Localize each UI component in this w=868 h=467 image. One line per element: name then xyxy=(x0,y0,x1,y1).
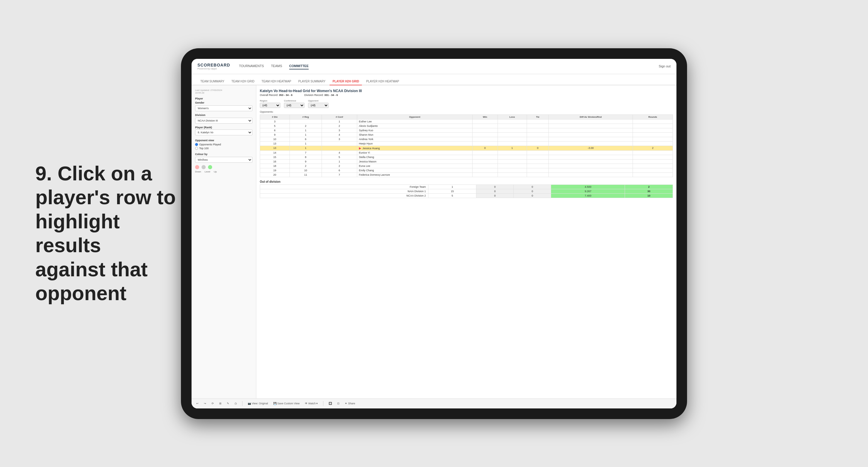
th-opponent: Opponent xyxy=(357,115,472,119)
th-div: # Div xyxy=(260,115,290,119)
export-btn[interactable]: ⊡ xyxy=(336,401,341,405)
th-reg: # Reg xyxy=(289,115,321,119)
th-win: Win xyxy=(472,115,498,119)
th-diff: Diff Av Strokes/Rnd xyxy=(549,115,632,119)
sidebar-player-section: Player Gender Women's Division NCAA Divi… xyxy=(195,97,252,135)
opponent-view-section: Opponent view Opponents Played Top 100 xyxy=(195,139,252,150)
table-row[interactable]: 914Sharon Mun xyxy=(260,132,673,137)
colour-label: Colour by xyxy=(195,153,252,156)
player-rank-select[interactable]: 8. Katelyn Vo xyxy=(195,129,252,135)
table-row[interactable]: 1474Eunice Yi xyxy=(260,150,673,155)
table-row[interactable]: 20117Federica Domecq Lacroze xyxy=(260,173,673,177)
table-row[interactable]: 613Sydney Kuo xyxy=(260,128,673,132)
refresh-btn[interactable]: ⟳ xyxy=(210,401,215,405)
filter-opponent: Opponent (All) xyxy=(308,99,329,108)
table-row[interactable]: 522Alexis Sudjianto xyxy=(260,124,673,128)
h2h-table: # Div # Reg # Conf Opponent Win Loss Tie… xyxy=(260,115,673,177)
sign-out-button[interactable]: Sign out xyxy=(659,64,671,68)
out-of-division-title: Out of division xyxy=(260,180,673,183)
tablet-shell: SCOREBOARD Powered by clippd TOURNAMENTS… xyxy=(181,48,687,419)
table-row[interactable]: 1063Andrea York xyxy=(260,137,673,141)
filter-conference: Conference (All) xyxy=(284,99,305,108)
main-content: Last Updated: 27/03/2024 16:55:28 Player… xyxy=(191,85,677,399)
radio-opponents-played[interactable]: Opponents Played xyxy=(195,143,252,146)
toolbar-divider-2 xyxy=(323,401,323,406)
subnav-team-summary[interactable]: TEAM SUMMARY xyxy=(197,78,227,85)
clock-btn[interactable]: ◷ xyxy=(233,401,238,405)
sidebar: Last Updated: 27/03/2024 16:55:28 Player… xyxy=(191,85,256,399)
table-row[interactable]: 131Heejo Hyun xyxy=(260,141,673,146)
opponent-view-label: Opponent view xyxy=(195,139,252,142)
colour-dot-level xyxy=(202,165,206,169)
radio-top100[interactable]: Top 100 xyxy=(195,147,252,150)
sidebar-gender-label: Gender xyxy=(195,101,252,104)
overall-record-label: Overall Record: 353 - 34 - 6 xyxy=(260,94,292,96)
opponents-label: Opponents: xyxy=(260,111,673,113)
subnav-player-h2h-grid[interactable]: PLAYER H2H GRID xyxy=(330,78,362,85)
filter-region: Region (All) xyxy=(260,99,280,108)
th-tie: Tie xyxy=(527,115,549,119)
nav-committee[interactable]: COMMITTEE xyxy=(289,63,309,69)
out-of-division-table: Foreign Team1004.5002NAIA Division 11500… xyxy=(260,185,673,198)
edit-btn[interactable]: ✎ xyxy=(226,401,230,405)
toolbar-divider-1 xyxy=(242,401,243,406)
out-table-row[interactable]: Foreign Team1004.5002 xyxy=(260,185,673,189)
division-record-label: Division Record: 331 - 34 - 6 xyxy=(304,94,338,96)
table-row[interactable]: 19106Emily Chang xyxy=(260,168,673,173)
th-loss: Loss xyxy=(498,115,527,119)
watch-btn[interactable]: 👁 Watch ▾ xyxy=(304,401,319,405)
table-row[interactable]: 1822Euna Lee xyxy=(260,164,673,168)
colour-section: Colour by Win/loss Down Level Up xyxy=(195,153,252,173)
out-table-row[interactable]: NCAA Division 25007.40010 xyxy=(260,193,673,198)
th-rounds: Rounds xyxy=(632,115,673,119)
sidebar-division-label: Division xyxy=(195,114,252,117)
nav-links: TOURNAMENTS TEAMS COMMITTEE xyxy=(239,63,659,69)
sidebar-timestamp: Last Updated: 27/03/2024 16:55:28 xyxy=(195,89,252,94)
colour-dot-up xyxy=(208,165,212,169)
logo-sub: Powered by clippd xyxy=(197,67,230,70)
nav-teams[interactable]: TEAMS xyxy=(271,63,282,69)
radio-circle-1 xyxy=(195,143,198,146)
radio-circle-2 xyxy=(195,147,198,150)
gender-select[interactable]: Women's xyxy=(195,105,252,111)
logo-area: SCOREBOARD Powered by clippd xyxy=(197,63,230,70)
nav-bar: SCOREBOARD Powered by clippd TOURNAMENTS… xyxy=(191,59,677,74)
redo-btn[interactable]: ↪ xyxy=(203,401,208,405)
subnav-player-h2h-heatmap[interactable]: PLAYER H2H HEATMAP xyxy=(363,78,402,85)
subnav-team-h2h-grid[interactable]: TEAM H2H GRID xyxy=(228,78,257,85)
table-row[interactable]: 1585Stella Cheng xyxy=(260,155,673,159)
panel-title: Katelyn Vo Head-to-Head Grid for Women's… xyxy=(260,89,673,93)
nav-tournaments[interactable]: TOURNAMENTS xyxy=(239,63,264,69)
sub-nav: TEAM SUMMARY TEAM H2H GRID TEAM H2H HEAT… xyxy=(191,74,677,85)
logo-text: SCOREBOARD xyxy=(197,63,230,67)
colour-dot-down xyxy=(195,165,199,169)
records-row: Overall Record: 353 - 34 - 6 Division Re… xyxy=(260,94,673,96)
subnav-player-summary[interactable]: PLAYER SUMMARY xyxy=(296,78,329,85)
grid-btn[interactable]: ⊞ xyxy=(218,401,223,405)
subnav-team-h2h-heatmap[interactable]: TEAM H2H HEATMAP xyxy=(259,78,294,85)
opponent-select[interactable]: (All) xyxy=(308,103,329,108)
table-row[interactable]: 131▶Jessica Huang010-3.002 xyxy=(260,146,673,150)
conference-select[interactable]: (All) xyxy=(284,103,305,108)
undo-btn[interactable]: ↩ xyxy=(195,401,200,405)
filter-row: Region (All) Conference (All) Opponent xyxy=(260,99,673,108)
region-select[interactable]: (All) xyxy=(260,103,280,108)
th-conf: # Conf xyxy=(321,115,357,119)
table-row[interactable]: 1691Jessica Mason xyxy=(260,159,673,164)
sidebar-player-label: Player xyxy=(195,97,252,100)
bottom-toolbar: ↩ ↪ ⟳ ⊞ ✎ ◷ 📷 View: Original 💾 Save Cust… xyxy=(191,399,677,408)
sidebar-player-rank-label: Player (Rank) xyxy=(195,126,252,129)
share-btn[interactable]: ✦ Share xyxy=(344,401,356,405)
colour-labels: Down Level Up xyxy=(195,170,252,173)
colour-dots xyxy=(195,165,252,169)
tablet-screen: SCOREBOARD Powered by clippd TOURNAMENTS… xyxy=(191,59,677,408)
right-panel: Katelyn Vo Head-to-Head Grid for Women's… xyxy=(256,85,677,399)
division-select[interactable]: NCAA Division III xyxy=(195,118,252,124)
annotation-text: 9. Click on a player's row to highlight … xyxy=(35,161,182,306)
save-custom-view-btn[interactable]: 💾 Save Custom View xyxy=(272,401,301,405)
out-table-row[interactable]: NAIA Division 115009.26730 xyxy=(260,189,673,193)
table-row[interactable]: 31Esther Lee xyxy=(260,119,673,124)
colour-select[interactable]: Win/loss xyxy=(195,157,252,163)
view-original-btn[interactable]: 📷 View: Original xyxy=(247,401,269,405)
layout-btn[interactable]: 🔲 xyxy=(328,401,333,405)
